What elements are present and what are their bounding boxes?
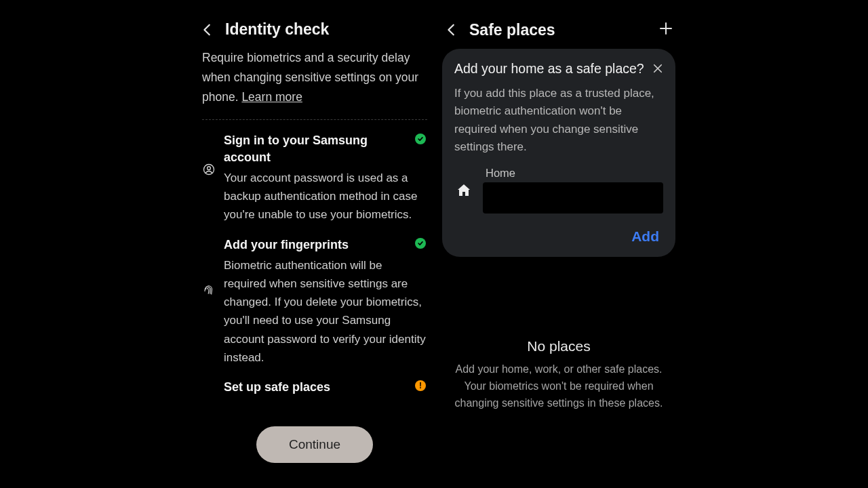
step-text: Biometric authentication will be require… <box>224 256 427 367</box>
header: Safe places <box>441 15 677 49</box>
step-title: Set up safe places <box>224 379 427 396</box>
place-address-input[interactable] <box>483 182 663 214</box>
description-text: Require biometrics and a security delay … <box>202 51 418 104</box>
page-title: Safe places <box>469 21 555 39</box>
safe-places-screen: Safe places Add your home as a safe plac… <box>441 15 677 488</box>
place-label: Home <box>483 167 663 180</box>
empty-state: No places Add your home, work, or other … <box>441 338 677 411</box>
status-done-icon <box>415 238 426 249</box>
step-title: Add your fingerprints <box>224 237 427 253</box>
identity-check-screen: Identity check Require biometrics and a … <box>197 15 433 488</box>
account-icon <box>202 132 216 224</box>
step-fingerprints[interactable]: Add your fingerprints Biometric authenti… <box>197 234 433 376</box>
card-title: Add your home as a safe place? <box>454 61 663 77</box>
status-done-icon <box>415 134 426 144</box>
page-title: Identity check <box>225 20 329 39</box>
place-row: Home <box>454 167 663 214</box>
back-icon[interactable] <box>199 22 216 38</box>
spacer <box>202 379 216 410</box>
empty-text: Add your home, work, or other safe place… <box>450 361 667 411</box>
status-warn-icon: ! <box>415 380 426 391</box>
empty-title: No places <box>450 338 667 354</box>
step-sign-in[interactable]: Sign in to your Samsung account Your acc… <box>197 129 433 234</box>
home-icon <box>454 182 473 199</box>
card-text: If you add this place as a trusted place… <box>454 85 663 156</box>
learn-more-link[interactable]: Learn more <box>241 90 302 104</box>
add-place-button[interactable] <box>658 20 674 39</box>
svg-point-1 <box>208 166 211 169</box>
add-button[interactable]: Add <box>627 226 663 247</box>
page-description: Require biometrics and a security delay … <box>197 48 433 119</box>
step-title: Sign in to your Samsung account <box>224 132 427 166</box>
close-icon[interactable] <box>650 60 666 77</box>
add-home-card: Add your home as a safe place? If you ad… <box>442 49 675 257</box>
divider <box>202 119 427 120</box>
continue-button[interactable]: Continue <box>256 426 373 463</box>
header: Identity check <box>197 15 433 48</box>
back-icon[interactable] <box>443 22 460 38</box>
step-safe-places[interactable]: Set up safe places ! <box>197 376 433 420</box>
step-text: Your account password is used as a backu… <box>224 169 427 224</box>
fingerprint-icon <box>202 237 216 367</box>
